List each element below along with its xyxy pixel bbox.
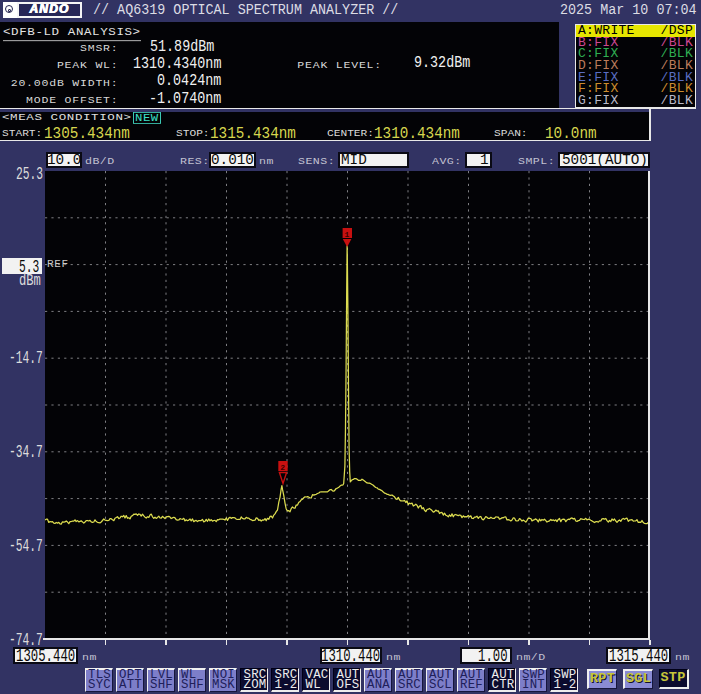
svg-text:2: 2 xyxy=(280,463,285,472)
svg-text:1: 1 xyxy=(345,230,350,239)
